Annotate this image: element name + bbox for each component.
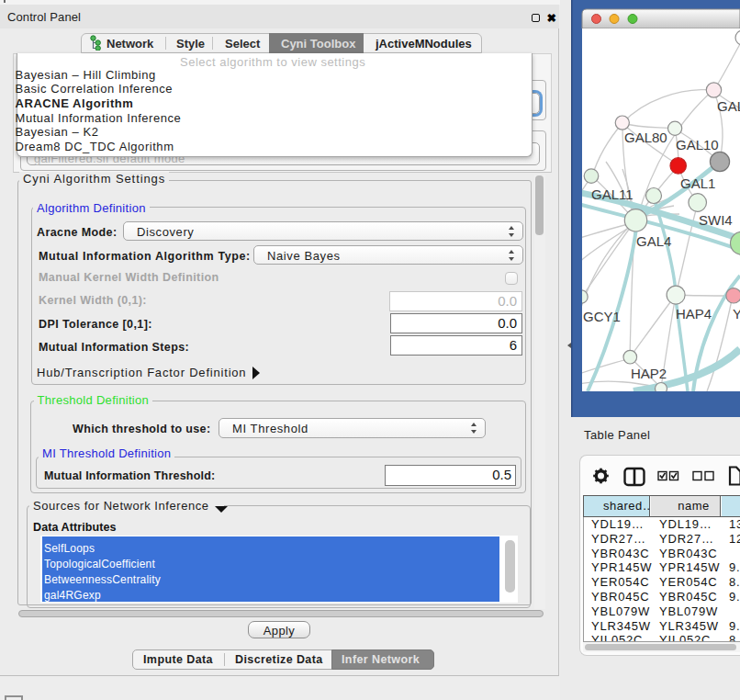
svg-text:GAL80: GAL80 [624, 130, 667, 145]
svg-text:GAL11: GAL11 [591, 186, 633, 202]
svg-text:SWI4: SWI4 [699, 212, 733, 228]
svg-text:Y: Y [733, 306, 740, 322]
svg-text:GCY1: GCY1 [583, 309, 621, 324]
svg-text:HAP2: HAP2 [631, 366, 667, 381]
svg-text:GAL10: GAL10 [676, 137, 719, 152]
svg-text:GAL1: GAL1 [680, 175, 715, 191]
svg-text:GAL4: GAL4 [636, 233, 671, 249]
svg-text:GAL: GAL [717, 98, 740, 114]
svg-text:HAP4: HAP4 [676, 306, 712, 322]
